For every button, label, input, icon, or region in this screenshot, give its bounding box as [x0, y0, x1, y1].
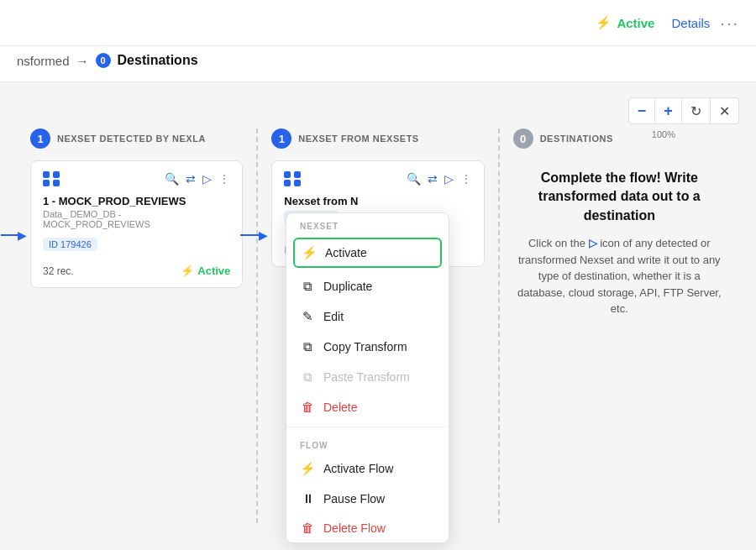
menu-section-flow-label: FLOW: [286, 432, 449, 453]
menu-item-delete[interactable]: 🗑 Delete: [286, 392, 449, 422]
duplicate-label: Duplicate: [323, 280, 372, 293]
send-icon-2[interactable]: ▷: [444, 172, 454, 186]
breadcrumb-current: Destinations: [118, 53, 198, 68]
column-title-detected: NEXSET DETECTED BY NEXLA: [57, 134, 206, 144]
menu-section-nexset-label: NEXSET: [286, 213, 449, 234]
search-icon-2[interactable]: 🔍: [407, 172, 421, 186]
grid-icon: [43, 171, 61, 186]
menu-item-duplicate[interactable]: ⧉ Duplicate: [286, 271, 449, 301]
destinations-content: Complete the flow! Write transformed dat…: [513, 160, 726, 317]
more-icon[interactable]: ⋮: [218, 172, 230, 186]
delete-icon: 🗑: [300, 400, 315, 414]
bolt-icon: ⚡: [596, 15, 612, 30]
status-label: Active: [617, 16, 654, 30]
grid-icon-2: [284, 171, 302, 186]
card-footer-detected: 32 rec. ⚡ Active: [43, 265, 230, 277]
activate-flow-icon: ⚡: [300, 461, 315, 476]
input-arrow: ▶: [1, 228, 27, 242]
delete-flow-label: Delete Flow: [323, 521, 386, 535]
card-subtitle-detected: Data_ DEMO_DB - MOCK_PROD_REVIEWS: [43, 209, 230, 229]
breadcrumb-prev[interactable]: nsformed: [17, 54, 70, 68]
top-bar: ⚡ Active Details ···: [0, 0, 756, 46]
column-badge-destinations: 0: [513, 128, 533, 149]
breadcrumb-arrow-icon: →: [76, 54, 89, 68]
menu-divider: [286, 427, 449, 427]
column-badge-detected: 1: [30, 128, 50, 149]
details-link[interactable]: Details: [671, 16, 710, 30]
more-icon-2[interactable]: ⋮: [460, 172, 472, 186]
card-icons-row-2: 🔍 ⇄ ▷ ⋮: [284, 171, 471, 186]
col2-input-arrow: ▶: [240, 228, 268, 242]
menu-item-paste-transform[interactable]: ⧉ Paste Transform: [286, 362, 449, 392]
edit-label: Edit: [323, 310, 344, 323]
destinations-sub-text: Click on the ▷ icon of any detected or t…: [513, 235, 726, 317]
edit-icon: ✎: [300, 309, 315, 324]
paste-transform-label: Paste Transform: [323, 370, 410, 384]
copy-transform-icon: ⧉: [300, 339, 315, 354]
card-active-badge: ⚡ Active: [181, 265, 230, 277]
active-label: Active: [197, 265, 230, 277]
flow-column-destinations: 0 DESTINATIONS Complete the flow! Write …: [500, 128, 739, 523]
column-title-destinations: DESTINATIONS: [540, 134, 613, 144]
destinations-text: Complete the flow! Write transformed dat…: [513, 169, 726, 317]
breadcrumb: nsformed → 0 Destinations: [0, 46, 756, 82]
card-icons-row: 🔍 ⇄ ▷ ⋮: [43, 171, 230, 186]
close-panel-button[interactable]: ✕: [711, 97, 739, 124]
column-header-nexsets: 1 NEXSET FROM NEXSETS: [271, 128, 484, 149]
context-menu: NEXSET ⚡ Activate ⧉ Duplicate ✎ Edit ⧉ C…: [286, 212, 449, 543]
zoom-controls: − + ↻ ✕ 100%: [628, 97, 739, 124]
card-action-icons: 🔍 ⇄ ▷ ⋮: [165, 172, 230, 186]
menu-item-copy-transform[interactable]: ⧉ Copy Transform: [286, 332, 449, 362]
active-bolt-icon: ⚡: [181, 265, 194, 277]
activate-flow-label: Activate Flow: [323, 462, 393, 475]
transform-icon-2[interactable]: ⇄: [428, 172, 438, 186]
menu-item-edit[interactable]: ✎ Edit: [286, 301, 449, 332]
canvas-area: − + ↻ ✕ 100% 1 NEXSET DETECTED BY NEXLA …: [0, 82, 756, 540]
pause-flow-label: Pause Flow: [323, 492, 385, 505]
column-badge-nexsets: 1: [271, 128, 291, 149]
arrow-icon-inline: ▷: [589, 237, 597, 249]
column-title-nexsets: NEXSET FROM NEXSETS: [298, 134, 418, 144]
card-title-detected: 1 - MOCK_PROD_REVIEWS: [43, 195, 230, 207]
card-title-nexsets: Nexset from N: [284, 195, 471, 207]
zoom-out-button[interactable]: −: [628, 97, 655, 124]
activate-icon: ⚡: [302, 245, 317, 260]
pause-flow-icon: ⏸: [300, 491, 315, 505]
breadcrumb-badge: 0: [96, 53, 111, 68]
column-header-detected: 1 NEXSET DETECTED BY NEXLA: [30, 128, 243, 149]
send-icon[interactable]: ▷: [202, 172, 212, 186]
card-id-badge-detected: ID 179426: [43, 238, 97, 251]
nexset-card-detected[interactable]: 🔍 ⇄ ▷ ⋮ 1 - MOCK_PROD_REVIEWS Data_ DEMO…: [30, 160, 243, 288]
transform-icon[interactable]: ⇄: [186, 172, 196, 186]
duplicate-icon: ⧉: [300, 279, 315, 294]
more-options-button[interactable]: ···: [720, 13, 739, 33]
column-header-destinations: 0 DESTINATIONS: [513, 128, 726, 149]
menu-item-pause-flow[interactable]: ⏸ Pause Flow: [286, 484, 449, 513]
flow-column-detected: 1 NEXSET DETECTED BY NEXLA 🔍 ⇄ ▷ ⋮ 1 - M…: [17, 128, 258, 523]
copy-transform-label: Copy Transform: [323, 340, 407, 354]
search-icon[interactable]: 🔍: [165, 172, 179, 186]
menu-item-activate-flow[interactable]: ⚡ Activate Flow: [286, 453, 449, 484]
card-records-detected: 32 rec.: [43, 265, 74, 277]
menu-item-activate[interactable]: ⚡ Activate: [293, 238, 442, 268]
zoom-reset-button[interactable]: ↻: [682, 97, 711, 124]
delete-label: Delete: [323, 401, 357, 414]
status-indicator: ⚡ Active: [596, 15, 654, 30]
paste-transform-icon: ⧉: [300, 369, 315, 385]
card-action-icons-2: 🔍 ⇄ ▷ ⋮: [407, 172, 472, 186]
menu-item-delete-flow[interactable]: 🗑 Delete Flow: [286, 513, 449, 542]
zoom-percent-label: 100%: [652, 129, 675, 139]
destinations-main-text: Complete the flow! Write transformed dat…: [513, 169, 726, 225]
zoom-in-button[interactable]: +: [655, 97, 682, 124]
activate-label: Activate: [325, 246, 367, 259]
delete-flow-icon: 🗑: [300, 521, 315, 535]
